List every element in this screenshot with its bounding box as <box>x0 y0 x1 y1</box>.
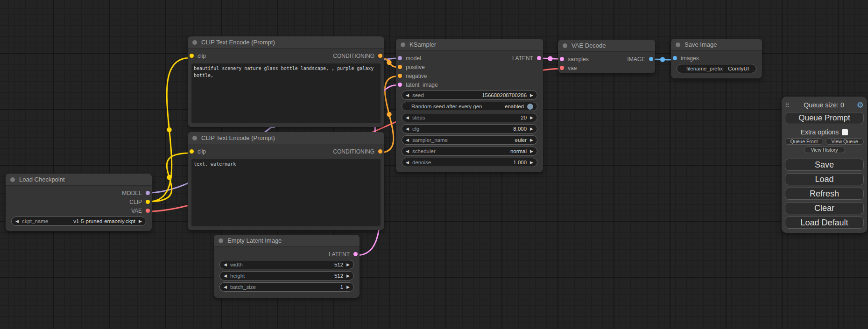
clip-input-dot[interactable] <box>190 149 194 154</box>
save-button[interactable]: Save <box>785 159 864 171</box>
increment-arrow-icon[interactable]: ▶ <box>346 285 350 289</box>
view-queue-button[interactable]: View Queue <box>826 138 864 145</box>
decrement-arrow-icon[interactable]: ◀ <box>15 219 19 224</box>
increment-arrow-icon[interactable]: ▶ <box>346 274 350 278</box>
model-input-dot[interactable] <box>398 56 402 60</box>
vae-input-dot[interactable] <box>560 66 564 70</box>
denoise-widget[interactable]: ◀ denoise 1.000 ▶ <box>402 158 537 167</box>
decrement-arrow-icon[interactable]: ◀ <box>406 93 409 98</box>
view-history-button[interactable]: View History <box>804 147 845 153</box>
slot-label: negative <box>406 73 427 79</box>
node-clip-text-encode-negative[interactable]: CLIP Text Encode (Prompt) clip CONDITION… <box>188 132 384 230</box>
seed-widget[interactable]: ◀ seed 156680208700286 ▶ <box>402 91 537 100</box>
drag-handle-icon[interactable]: ⠿ <box>785 102 792 109</box>
decrement-arrow-icon[interactable]: ◀ <box>224 285 227 289</box>
link-midpoint-dot-image-to-images[interactable] <box>660 57 665 62</box>
conditioning-output-dot[interactable] <box>378 54 382 58</box>
latent-output-dot[interactable] <box>353 252 358 256</box>
positive-prompt-textarea[interactable]: beautiful scenery nature glass bottle la… <box>191 63 381 123</box>
node-load-checkpoint[interactable]: Load Checkpoint MODEL CLIP VAE ◀ ckpt_na… <box>6 174 152 231</box>
link-midpoint-dot-conditioning-to-negative[interactable] <box>387 112 391 117</box>
slot-label: CLIP <box>129 199 142 205</box>
widget-value: euler <box>515 137 527 143</box>
node-vae-decode[interactable]: VAE Decode samples IMAGE vae <box>558 40 655 73</box>
batch-size-widget[interactable]: ◀ batch_size 1 ▶ <box>219 282 354 292</box>
node-status-dot[interactable] <box>192 40 197 45</box>
node-header[interactable]: CLIP Text Encode (Prompt) <box>188 36 384 49</box>
increment-arrow-icon[interactable]: ▶ <box>530 116 533 120</box>
node-status-dot[interactable] <box>401 42 405 47</box>
decrement-arrow-icon[interactable]: ◀ <box>406 138 409 142</box>
node-status-dot[interactable] <box>10 177 15 182</box>
conditioning-output-dot[interactable] <box>378 149 382 154</box>
node-header[interactable]: Empty Latent Image <box>214 235 360 247</box>
negative-input-dot[interactable] <box>398 74 402 78</box>
node-save-image[interactable]: Save Image images filename_prefix ComfyU… <box>671 39 762 78</box>
increment-arrow-icon[interactable]: ▶ <box>530 127 533 131</box>
node-header[interactable]: Load Checkpoint <box>6 174 152 186</box>
decrement-arrow-icon[interactable]: ◀ <box>224 263 227 267</box>
load-button[interactable]: Load <box>785 173 864 185</box>
node-status-dot[interactable] <box>219 238 223 243</box>
link-midpoint-dot-latent-to-samples[interactable] <box>548 56 552 61</box>
node-header[interactable]: Save Image <box>671 39 762 51</box>
increment-arrow-icon[interactable]: ▶ <box>530 161 533 165</box>
comfyui-canvas[interactable]: { "icons": { "gear": "⚙", "drag_handle":… <box>0 0 868 329</box>
decrement-arrow-icon[interactable]: ◀ <box>406 116 409 120</box>
node-header[interactable]: KSampler <box>396 39 543 51</box>
settings-gear-icon[interactable]: ⚙ <box>855 100 864 110</box>
queue-size-label: Queue size: 0 <box>792 101 855 109</box>
input-slot-latent-image: latent_image <box>396 80 543 89</box>
refresh-button[interactable]: Refresh <box>785 188 864 200</box>
negative-prompt-textarea[interactable]: text, watermark <box>191 159 381 226</box>
latent-image-input-dot[interactable] <box>398 83 402 87</box>
filename-prefix-widget[interactable]: filename_prefix ComfyUI <box>677 64 756 73</box>
link-midpoint-dot-clip-to-positive-prompt[interactable] <box>167 127 171 132</box>
random-seed-toggle-widget[interactable]: Random seed after every gen enabled <box>402 102 537 111</box>
samples-input-dot[interactable] <box>560 57 564 61</box>
clear-button[interactable]: Clear <box>785 202 864 214</box>
scheduler-widget[interactable]: ◀ scheduler normal ▶ <box>402 147 537 156</box>
node-status-dot[interactable] <box>192 136 197 140</box>
node-status-dot[interactable] <box>676 42 680 47</box>
image-output-dot[interactable] <box>649 57 653 61</box>
height-widget[interactable]: ◀ height 512 ▶ <box>219 271 354 280</box>
load-default-button[interactable]: Load Default <box>785 217 864 229</box>
decrement-arrow-icon[interactable]: ◀ <box>406 127 409 131</box>
output-slot-conditioning: CONDITIONING <box>333 51 382 60</box>
steps-widget[interactable]: ◀ steps 20 ▶ <box>402 113 537 122</box>
node-header[interactable]: VAE Decode <box>558 40 655 52</box>
sampler-name-widget[interactable]: ◀ sampler_name euler ▶ <box>402 135 537 145</box>
clip-output-dot[interactable] <box>146 200 150 204</box>
widget-label: scheduler <box>412 148 436 154</box>
toggle-circle-icon[interactable] <box>527 104 533 110</box>
node-ksampler[interactable]: KSampler LATENT model positive negative … <box>396 39 543 172</box>
queue-prompt-button[interactable]: Queue Prompt <box>785 112 864 124</box>
increment-arrow-icon[interactable]: ▶ <box>530 138 533 142</box>
node-clip-text-encode-positive[interactable]: CLIP Text Encode (Prompt) clip CONDITION… <box>188 36 384 127</box>
clip-input-dot[interactable] <box>190 54 194 58</box>
link-midpoint-dot-clip-to-negative-prompt[interactable] <box>167 175 171 180</box>
model-output-dot[interactable] <box>146 191 150 195</box>
vae-output-dot[interactable] <box>146 209 150 213</box>
node-empty-latent-image[interactable]: Empty Latent Image LATENT ◀ width 512 ▶ … <box>214 235 360 298</box>
positive-input-dot[interactable] <box>398 65 402 69</box>
width-widget[interactable]: ◀ width 512 ▶ <box>219 260 354 269</box>
queue-front-button[interactable]: Queue Front <box>785 138 823 145</box>
extra-options-checkbox[interactable] <box>842 129 848 135</box>
node-header[interactable]: CLIP Text Encode (Prompt) <box>188 132 384 144</box>
node-status-dot[interactable] <box>563 43 567 48</box>
widget-label: Random seed after every gen <box>411 104 482 109</box>
decrement-arrow-icon[interactable]: ◀ <box>406 149 409 154</box>
images-input-dot[interactable] <box>673 56 677 60</box>
decrement-arrow-icon[interactable]: ◀ <box>406 161 409 165</box>
widget-label: steps <box>412 115 425 120</box>
cfg-widget[interactable]: ◀ cfg 8.000 ▶ <box>402 124 537 133</box>
decrement-arrow-icon[interactable]: ◀ <box>224 274 227 278</box>
link-midpoint-dot-conditioning-to-positive[interactable] <box>387 60 391 65</box>
increment-arrow-icon[interactable]: ▶ <box>346 263 350 267</box>
increment-arrow-icon[interactable]: ▶ <box>139 219 142 224</box>
ckpt-name-widget[interactable]: ◀ ckpt_name v1-5-pruned-emaonly.ckpt ▶ <box>11 217 146 226</box>
increment-arrow-icon[interactable]: ▶ <box>530 149 533 154</box>
increment-arrow-icon[interactable]: ▶ <box>530 93 533 98</box>
